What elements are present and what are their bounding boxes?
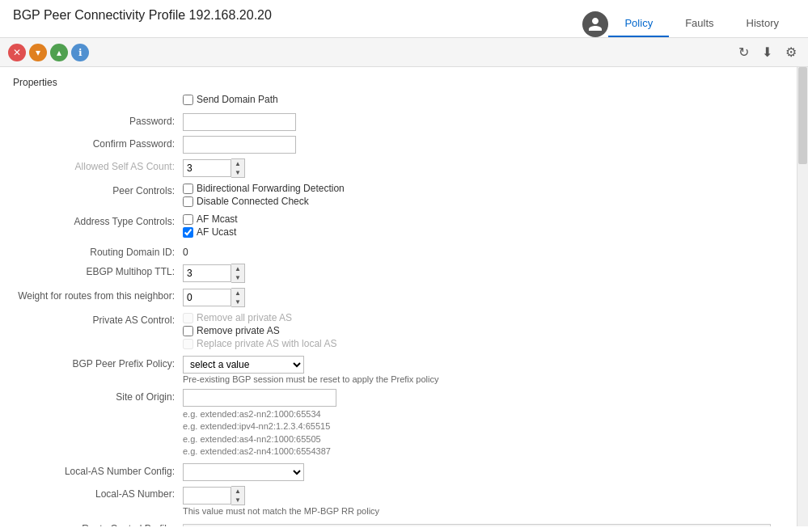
af-mcast-checkbox[interactable] [183,214,193,225]
remove-all-checkbox[interactable] [183,313,193,323]
up-button[interactable]: ▴ [50,44,68,61]
allowed-self-as-input[interactable] [183,159,231,177]
route-control-table-container: 🗑 ＋ ▲ Name Direction [183,524,771,526]
remove-private-checkbox[interactable] [183,326,193,336]
replace-private-label: Replace private AS with local AS [197,338,336,349]
tab-history[interactable]: History [730,11,795,37]
ebgp-multihop-label: EBGP Multihop TTL: [13,264,183,277]
allowed-self-as-up[interactable]: ▲ [231,159,244,168]
send-domain-path-checkbox-label: Send Domain Path [197,94,278,105]
local-as-number-input[interactable] [183,487,231,505]
bgp-prefix-hint: Pre-existing BGP session must be reset t… [183,374,784,384]
send-domain-path-label-empty [13,94,183,96]
scroll-thumb[interactable] [798,67,807,164]
password-label: Password: [13,113,183,127]
private-as-label: Private AS Control: [13,312,183,326]
bfd-label: Bidirectional Forwarding Detection [197,183,345,194]
ebgp-multihop-up[interactable]: ▲ [231,264,244,273]
site-of-origin-content: e.g. extended:as2-nn2:1000:65534 e.g. ex… [183,389,784,458]
local-as-number-row: Local-AS Number: ▲ ▼ This value must not… [0,483,797,518]
bgp-prefix-label: BGP Peer Prefix Policy: [13,356,183,369]
address-type-label: Address Type Controls: [13,213,183,227]
route-control-content: 🗑 ＋ ▲ Name Direction [183,521,784,526]
route-control-row: Route Control Profile: 🗑 ＋ ▲ Name [0,518,797,526]
password-input[interactable] [183,113,296,131]
toolbar: ✕ ▾ ▴ ℹ ↻ ⬇ ⚙ [0,38,808,67]
weight-spinner: ▲ ▼ [183,288,784,307]
af-ucast-item: AF Ucast [183,226,784,238]
ebgp-multihop-row: EBGP Multihop TTL: ▲ ▼ [0,261,797,285]
ebgp-multihop-down[interactable]: ▼ [231,273,244,282]
af-ucast-label: AF Ucast [197,226,236,238]
weight-input[interactable] [183,289,231,306]
peer-controls-content: Bidirectional Forwarding Detection Disab… [183,183,784,209]
weight-label: Weight for routes from this neighbor: [13,288,183,302]
peer-controls-row: Peer Controls: Bidirectional Forwarding … [0,180,797,211]
down-button[interactable]: ▾ [29,44,47,61]
password-content [183,113,784,131]
replace-private-item: Replace private AS with local AS [183,338,784,349]
routing-domain-value: 0 [183,244,784,258]
af-ucast-checkbox[interactable] [183,227,193,238]
weight-down[interactable]: ▼ [231,298,244,306]
page-title: BGP Peer Connectivity Profile 192.168.20… [13,8,272,29]
routing-domain-row: Routing Domain ID: 0 [0,242,797,261]
download-button[interactable]: ⬇ [759,43,776,61]
replace-private-checkbox[interactable] [183,339,193,349]
remove-private-label: Remove private AS [197,325,280,336]
bfd-checkbox-item: Bidirectional Forwarding Detection [183,183,784,194]
bfd-checkbox[interactable] [183,184,193,194]
site-of-origin-hints: e.g. extended:as2-nn2:1000:65534 e.g. ex… [183,408,784,458]
scrollbar[interactable] [797,67,808,526]
soo-hint-1: e.g. extended:as2-nn2:1000:65534 [183,408,784,420]
disable-connected-checkbox[interactable] [183,196,193,207]
ebgp-multihop-content: ▲ ▼ [183,264,784,283]
close-button[interactable]: ✕ [8,44,26,61]
refresh-button[interactable]: ↻ [735,43,752,61]
local-as-number-down[interactable]: ▼ [231,496,244,505]
soo-hint-2: e.g. extended:ipv4-nn2:1.2.3.4:65515 [183,420,784,433]
content-area: Properties Send Domain Path Password: Co… [0,67,808,526]
routing-domain-label: Routing Domain ID: [13,244,183,258]
weight-up[interactable]: ▲ [231,289,244,298]
address-type-row: Address Type Controls: AF Mcast AF Ucast [0,211,797,242]
tab-bar: Policy Faults History [608,11,795,37]
peer-controls-label: Peer Controls: [13,183,183,196]
local-as-config-row: Local-AS Number Config: [0,461,797,483]
confirm-password-input[interactable] [183,136,296,154]
send-domain-path-checkbox[interactable] [183,95,193,105]
local-as-config-dropdown-wrap [183,463,784,481]
site-of-origin-row: Site of Origin: e.g. extended:as2-nn2:10… [0,386,797,461]
ebgp-multihop-input[interactable] [183,264,231,282]
local-as-config-content [183,463,784,481]
bgp-prefix-select[interactable]: select a value [183,356,304,374]
allowed-self-as-spinner: ▲ ▼ [183,158,784,178]
allowed-self-as-row: Allowed Self AS Count: ▲ ▼ [0,156,797,180]
ebgp-multihop-spinner: ▲ ▼ [183,264,784,283]
private-as-row: Private AS Control: Remove all private A… [0,310,797,353]
toolbar-left-buttons: ✕ ▾ ▴ ℹ [8,44,89,61]
page-header: BGP Peer Connectivity Profile 192.168.20… [0,0,808,38]
local-as-number-label: Local-AS Number: [13,486,183,500]
allowed-self-as-down[interactable]: ▼ [231,168,244,177]
af-mcast-item: AF Mcast [183,213,784,225]
tab-policy[interactable]: Policy [608,11,669,37]
tab-faults[interactable]: Faults [669,11,730,37]
info-button[interactable]: ℹ [71,44,89,61]
disable-connected-label: Disable Connected Check [197,196,309,207]
bgp-prefix-content: select a value Pre-existing BGP session … [183,356,784,384]
local-as-number-spinner: ▲ ▼ [183,486,784,505]
local-as-config-select[interactable] [183,463,304,481]
password-row: Password: [0,111,797,133]
remove-all-label: Remove all private AS [197,312,292,323]
bgp-prefix-row: BGP Peer Prefix Policy: select a value P… [0,353,797,386]
weight-arrows: ▲ ▼ [231,288,245,307]
main-content: Properties Send Domain Path Password: Co… [0,67,797,526]
route-control-label: Route Control Profile: [13,521,183,526]
send-domain-path-content: Send Domain Path [183,94,784,107]
local-as-number-content: ▲ ▼ This value must not match the MP-BGP… [183,486,784,516]
site-of-origin-input[interactable] [183,389,336,407]
settings-button[interactable]: ⚙ [782,43,800,61]
local-as-number-up[interactable]: ▲ [231,487,244,496]
properties-section-title: Properties [0,74,797,91]
